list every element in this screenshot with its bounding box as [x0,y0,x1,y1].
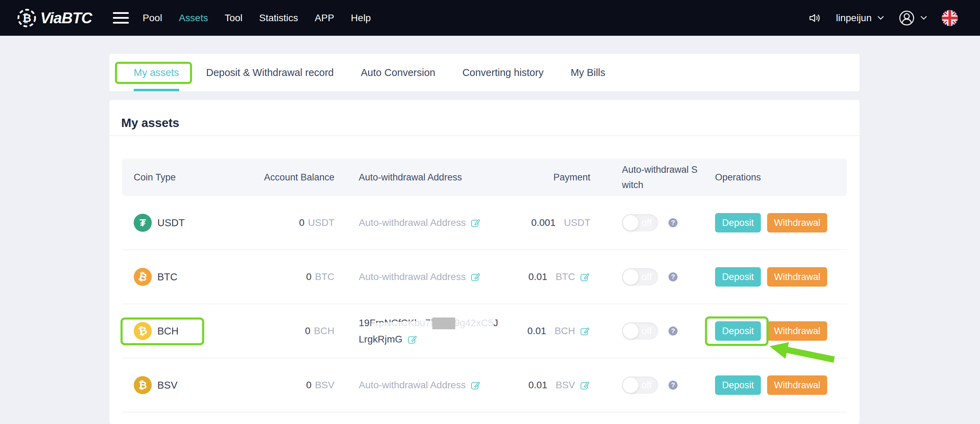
auto-withdrawal-address-cell: Auto-withdrawal Address [359,217,481,228]
chevron-down-icon [920,16,927,20]
auto-withdrawal-address-link[interactable]: Auto-withdrawal Address [359,380,466,391]
assets-tabs-bar: My assets Deposit & Withdrawal record Au… [110,54,859,91]
auto-withdrawal-address-cell: Auto-withdrawal Address [359,272,481,283]
table-row-usdt: ₮ USDT 0USDT Auto-withdrawal Address 0.0… [122,196,847,250]
my-assets-card: My assets Coin Type Account Balance Auto… [110,100,859,424]
nav-item-tool[interactable]: Tool [225,13,242,24]
auto-withdrawal-toggle[interactable]: off [622,268,658,286]
coin-type-cell: ₮ USDT [134,214,185,232]
operations-cell: Deposit Withdrawal [715,321,827,341]
account-balance-cell: 0BTC [209,272,334,283]
auto-withdrawal-switch-cell: off ? [622,214,678,232]
operations-cell: Deposit Withdrawal [715,375,827,395]
tab-deposit-withdrawal-record[interactable]: Deposit & Withdrawal record [206,54,334,91]
coin-type-cell: ₿ BTC [134,268,177,286]
auto-withdrawal-toggle[interactable]: off [622,214,658,232]
auto-withdrawal-switch-cell: off ? [622,268,678,286]
toggle-knob [623,269,639,285]
help-icon[interactable]: ? [668,327,678,335]
coin-type-cell: ₿ BSV [134,376,177,394]
toggle-knob [623,215,639,231]
coin-type-cell: ₿ BCH [134,322,178,340]
edit-payment-icon[interactable] [580,326,590,336]
edit-icon[interactable] [471,380,481,390]
auto-withdrawal-toggle[interactable]: off [622,322,658,340]
user-account-icon [899,10,915,26]
auto-withdrawal-address-link[interactable]: Auto-withdrawal Address [359,217,466,228]
menu-icon[interactable] [113,12,129,24]
auto-withdrawal-address-link[interactable]: Auto-withdrawal Address [359,272,466,283]
payment-cell: 0.01BSV [486,380,590,391]
deposit-button-bch[interactable]: Deposit [715,321,761,341]
edit-payment-icon[interactable] [580,380,590,390]
table-row-bsv: ₿ BSV 0BSV Auto-withdrawal Address 0.01B… [122,359,847,413]
deposit-button[interactable]: Deposit [715,267,761,287]
help-icon[interactable]: ? [668,218,678,227]
table-header-row: Coin Type Account Balance Auto-withdrawa… [122,159,847,196]
viabtc-logo[interactable]: ₿ ViaBTC [17,8,92,28]
account-balance-cell: 0USDT [209,217,334,228]
payment-cell: 0.001USDT [486,217,590,228]
table-row-bch: ₿ BCH 0BCH 19FrpNCfCKbu7Kkbyj9g42xC5J Lr… [122,304,847,359]
tab-my-assets[interactable]: My assets [134,54,179,91]
nav-item-pool[interactable]: Pool [143,13,162,24]
announcement-speaker-icon[interactable] [808,11,821,25]
auto-withdrawal-address-cell: 19FrpNCfCKbu7Kkbyj9g42xC5J LrgkRjmG [359,315,498,347]
nav-item-app[interactable]: APP [315,13,334,24]
bch-coin-icon: ₿ [134,322,152,340]
bsv-coin-icon: ₿ [134,376,152,394]
assets-table: Coin Type Account Balance Auto-withdrawa… [122,159,847,413]
account-balance-cell: 0BCH [209,326,334,337]
language-flag-uk-icon[interactable] [942,10,958,26]
username-label: linpeijun [836,13,872,24]
withdrawal-button[interactable]: Withdrawal [767,213,827,232]
nav-item-assets[interactable]: Assets [179,13,208,24]
header-coin-type: Coin Type [134,172,176,183]
deposit-button[interactable]: Deposit [715,375,761,395]
top-navbar: ₿ ViaBTC Pool Assets Tool Statistics APP… [0,0,980,36]
header-auto-withdrawal-address: Auto-withdrawal Address [359,172,462,183]
username-menu[interactable]: linpeijun [836,13,884,24]
brand-name: ViaBTC [40,10,92,27]
account-menu[interactable] [899,10,927,26]
withdrawal-button[interactable]: Withdrawal [767,375,827,395]
tab-converting-history[interactable]: Converting history [462,54,544,91]
edit-icon[interactable] [407,334,418,345]
auto-withdrawal-toggle[interactable]: off [622,376,658,394]
payment-cell: 0.01BCH [486,326,590,337]
navbar-right: linpeijun [808,10,958,26]
table-row-btc: ₿ BTC 0BTC Auto-withdrawal Address 0.01B… [122,250,847,304]
tab-my-bills[interactable]: My Bills [571,54,605,91]
edit-icon[interactable] [471,218,481,228]
help-icon[interactable]: ? [668,272,678,281]
toggle-knob [623,323,639,339]
coin-label: BCH [158,326,178,337]
edit-payment-icon[interactable] [580,272,590,282]
page-title: My assets [110,100,859,136]
nav-item-statistics[interactable]: Statistics [259,13,298,24]
header-operations: Operations [715,172,761,183]
withdrawal-button[interactable]: Withdrawal [767,321,827,341]
btc-coin-icon: ₿ [134,268,152,286]
payment-cell: 0.01BTC [486,272,590,283]
viabtc-logo-icon: ₿ [17,8,37,28]
svg-text:₿: ₿ [22,12,31,24]
help-icon[interactable]: ? [668,381,678,390]
coin-label: BTC [158,272,177,283]
edit-icon[interactable] [471,272,481,282]
deposit-button[interactable]: Deposit [715,213,761,232]
usdt-coin-icon: ₮ [134,214,152,232]
toggle-knob [623,377,639,393]
nav-item-help[interactable]: Help [351,13,371,24]
coin-label: USDT [158,217,185,229]
header-payment: Payment [486,172,590,183]
primary-nav: Pool Assets Tool Statistics APP Help [143,13,371,24]
address-line-1: 19FrpNCfCKbu7Kkbyj9g42xC5J [359,315,498,331]
withdrawal-button[interactable]: Withdrawal [767,267,827,287]
tab-auto-conversion[interactable]: Auto Conversion [361,54,435,91]
auto-withdrawal-switch-cell: off ? [622,376,678,394]
operations-cell: Deposit Withdrawal [715,267,827,287]
auto-withdrawal-address-cell: Auto-withdrawal Address [359,380,481,391]
coin-label: BSV [158,380,177,391]
address-line-2: LrgkRjmG [359,331,498,347]
